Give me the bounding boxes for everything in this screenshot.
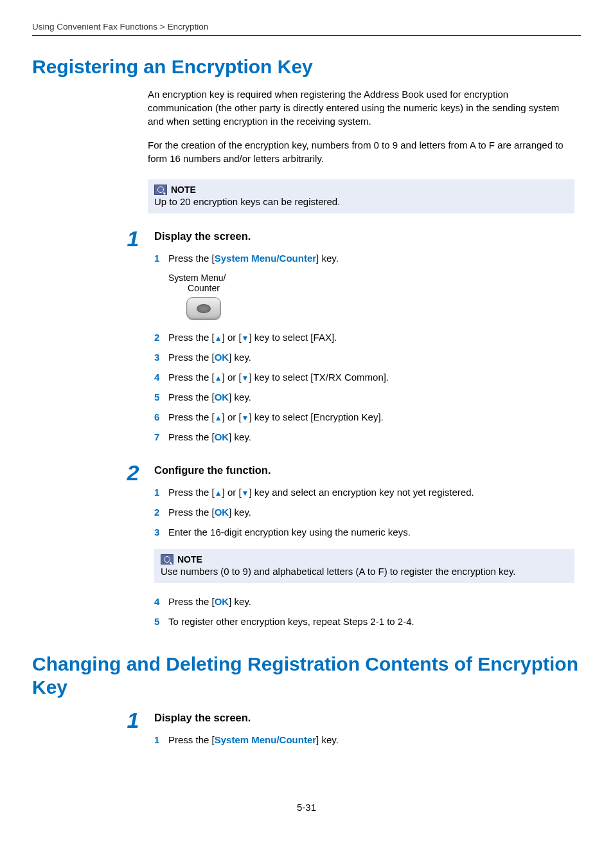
substep-text: Press the [OK] key. bbox=[168, 352, 251, 363]
note-icon bbox=[154, 185, 167, 195]
step-number-1: 1 bbox=[123, 709, 143, 754]
divider bbox=[32, 35, 581, 36]
breadcrumb: Using Convenient Fax Functions > Encrypt… bbox=[32, 22, 581, 32]
down-arrow-icon: ▼ bbox=[242, 489, 249, 498]
substep-num: 5 bbox=[154, 616, 162, 627]
substep-num: 5 bbox=[154, 392, 162, 402]
substep-text: Press the [▲] or [▼] key to select [Encr… bbox=[168, 411, 384, 422]
up-arrow-icon: ▲ bbox=[215, 374, 222, 383]
substep-text: Press the [System Menu/Counter] key. bbox=[168, 734, 339, 745]
note-label: NOTE bbox=[177, 554, 202, 565]
up-arrow-icon: ▲ bbox=[215, 413, 222, 422]
substep-num: 6 bbox=[154, 411, 162, 422]
page-number: 5-31 bbox=[0, 802, 613, 813]
substep-num: 4 bbox=[154, 596, 162, 607]
intro-paragraph-2: For the creation of the encryption key, … bbox=[148, 138, 574, 165]
heading-change-delete-key: Changing and Deleting Registration Conte… bbox=[32, 653, 581, 699]
note-box: NOTE Use numbers (0 to 9) and alphabetic… bbox=[154, 549, 574, 583]
note-body: Up to 20 encryption keys can be register… bbox=[154, 196, 568, 207]
substep-text: Press the [▲] or [▼] key and select an e… bbox=[168, 487, 474, 498]
substep-text: Press the [▲] or [▼] key to select [TX/R… bbox=[168, 372, 389, 383]
substep-text: Press the [OK] key. bbox=[168, 431, 251, 442]
substep-text: Press the [▲] or [▼] key to select [FAX]… bbox=[168, 332, 337, 343]
intro-paragraph-1: An encryption key is required when regis… bbox=[148, 87, 574, 128]
ok-key: OK bbox=[215, 596, 229, 607]
system-menu-counter-link[interactable]: System Menu/Counter bbox=[215, 734, 316, 745]
substep-text: Press the [System Menu/Counter] key. bbox=[168, 253, 339, 264]
substep-text: Enter the 16-digit encryption key using … bbox=[168, 527, 411, 538]
system-menu-counter-link[interactable]: System Menu/Counter bbox=[215, 253, 316, 264]
key-label-line1: System Menu/ bbox=[168, 273, 239, 283]
note-body: Use numbers (0 to 9) and alphabetical le… bbox=[161, 566, 568, 577]
hardware-key-button bbox=[186, 297, 221, 320]
note-box: NOTE Up to 20 encryption keys can be reg… bbox=[148, 179, 574, 213]
step-number-2: 2 bbox=[123, 462, 143, 636]
substep-num: 4 bbox=[154, 372, 162, 383]
key-label-line2: Counter bbox=[168, 283, 239, 293]
substep-num: 1 bbox=[154, 487, 162, 498]
substep-num: 2 bbox=[154, 332, 162, 343]
ok-key: OK bbox=[215, 352, 229, 363]
step-title: Display the screen. bbox=[154, 230, 574, 242]
step-title: Configure the function. bbox=[154, 464, 574, 476]
ok-key: OK bbox=[215, 507, 229, 518]
note-icon bbox=[161, 554, 173, 565]
heading-register-key: Registering an Encryption Key bbox=[32, 55, 581, 78]
substep-num: 2 bbox=[154, 507, 162, 518]
substep-num: 3 bbox=[154, 352, 162, 363]
up-arrow-icon: ▲ bbox=[215, 489, 222, 498]
up-arrow-icon: ▲ bbox=[215, 334, 222, 343]
ok-key: OK bbox=[215, 392, 229, 402]
substep-text: Press the [OK] key. bbox=[168, 392, 251, 402]
substep-text: Press the [OK] key. bbox=[168, 596, 251, 607]
key-illustration: System Menu/ Counter bbox=[168, 273, 239, 320]
down-arrow-icon: ▼ bbox=[242, 334, 249, 343]
ok-key: OK bbox=[215, 431, 229, 442]
substep-num: 1 bbox=[154, 253, 162, 264]
substep-text: To register other encryption keys, repea… bbox=[168, 616, 414, 627]
step-title: Display the screen. bbox=[154, 712, 574, 724]
down-arrow-icon: ▼ bbox=[242, 374, 249, 383]
step-number-1: 1 bbox=[123, 228, 143, 451]
substep-num: 1 bbox=[154, 734, 162, 745]
substep-num: 7 bbox=[154, 431, 162, 442]
note-label: NOTE bbox=[171, 185, 196, 195]
substep-num: 3 bbox=[154, 527, 162, 538]
substep-text: Press the [OK] key. bbox=[168, 507, 251, 518]
down-arrow-icon: ▼ bbox=[242, 413, 249, 422]
